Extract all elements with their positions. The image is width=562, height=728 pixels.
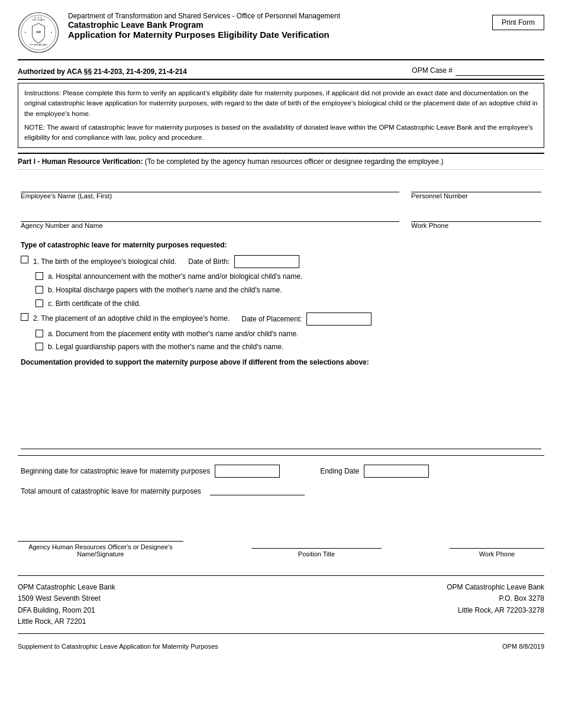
- checkbox-section: 1. The birth of the employee's biologica…: [21, 255, 541, 352]
- personnel-number-input[interactable]: [411, 182, 541, 192]
- item2-label: 2. The placement of an adoptive child in…: [33, 314, 230, 324]
- opm-case-input[interactable]: [456, 65, 544, 76]
- total-amount-input[interactable]: [210, 485, 305, 495]
- date-of-birth-label: Date of Birth:: [188, 257, 230, 266]
- position-title-input[interactable]: [251, 538, 382, 549]
- agency-label: Agency Number and Name: [21, 222, 399, 229]
- footer-addresses: OPM Catastrophic Leave Bank 1509 West Se…: [18, 582, 544, 627]
- footer-right-line1: OPM Catastrophic Leave Bank: [447, 582, 544, 593]
- dates-section: Beginning date for catastrophic leave fo…: [18, 459, 544, 519]
- documentation-label: Documentation provided to support the ma…: [21, 358, 541, 366]
- authorized-row: Authorized by ACA §§ 21-4-203, 21-4-209,…: [18, 65, 544, 76]
- ending-date-input[interactable]: [364, 465, 429, 478]
- part1-description: (To be completed by the agency human res…: [145, 157, 444, 166]
- footer-bottom-right: OPM 8/8/2019: [502, 643, 544, 650]
- item2-checkbox[interactable]: [21, 313, 28, 321]
- ending-date-label: Ending Date: [320, 467, 359, 475]
- item2b-label: b. Legal guardianship papers with the mo…: [48, 342, 283, 352]
- footer-right: OPM Catastrophic Leave Bank P.O. Box 327…: [447, 582, 544, 627]
- divider-2: [18, 79, 544, 80]
- item1c-checkbox[interactable]: [35, 299, 43, 307]
- header-divider: [18, 59, 544, 60]
- documentation-textarea[interactable]: [21, 402, 541, 449]
- date-of-placement-group: Date of Placement:: [241, 313, 372, 326]
- opm-case-label: OPM Case #: [412, 66, 453, 75]
- documentation-section: Documentation provided to support the ma…: [21, 358, 541, 449]
- svg-text:AR: AR: [36, 30, 41, 34]
- signature-row: Agency Human Resources Officer's or Desi…: [18, 531, 544, 558]
- personnel-number-label: Personnel Number: [411, 192, 541, 199]
- opm-case-row: OPM Case #: [412, 65, 544, 76]
- footer-left-line4: Little Rock, AR 72201: [18, 616, 115, 627]
- work-phone-input[interactable]: [411, 211, 541, 222]
- beginning-date-input[interactable]: [215, 465, 280, 478]
- item1-checkbox[interactable]: [21, 256, 28, 263]
- item2b-checkbox[interactable]: [35, 343, 43, 350]
- name-personnel-row: Employee's Name (Last, First) Personnel …: [21, 182, 541, 201]
- footer-bottom: Supplement to Catastrophic Leave Applica…: [18, 643, 544, 650]
- item2-row: 2. The placement of an adoptive child in…: [21, 313, 541, 326]
- footer-left-line2: 1509 West Seventh Street: [18, 593, 115, 604]
- footer-left-line1: OPM Catastrophic Leave Bank: [18, 582, 115, 593]
- work-phone-field: Work Phone: [411, 211, 541, 230]
- item1a-row: a. Hospital announcement with the mother…: [35, 272, 541, 282]
- date-of-placement-input[interactable]: [306, 313, 372, 326]
- authorized-text: Authorized by ACA §§ 21-4-203, 21-4-209,…: [18, 67, 187, 76]
- divider-3: [18, 455, 544, 456]
- divider-5: [18, 633, 544, 634]
- part1-header: Part I - Human Resource Verification: (T…: [18, 153, 544, 170]
- agency-field: Agency Number and Name: [21, 211, 399, 230]
- beginning-date-label: Beginning date for catastrophic leave fo…: [21, 467, 210, 475]
- svg-text:THE STATE: THE STATE: [32, 18, 46, 21]
- item2a-label: a. Document from the placement entity wi…: [48, 329, 298, 339]
- form-fields: Employee's Name (Last, First) Personnel …: [18, 182, 544, 449]
- employee-name-label: Employee's Name (Last, First): [21, 192, 399, 199]
- item2b-row: b. Legal guardianship papers with the mo…: [35, 342, 541, 352]
- item1-label: 1. The birth of the employee's biologica…: [33, 257, 176, 267]
- signature-field: Agency Human Resources Officer's or Desi…: [18, 531, 183, 558]
- dept-line: Department of Transformation and Shared …: [68, 12, 486, 20]
- item2a-checkbox[interactable]: [35, 330, 43, 337]
- date-of-placement-label: Date of Placement:: [241, 315, 302, 323]
- signature-input[interactable]: [18, 531, 183, 542]
- app-title: Application for Maternity Purposes Eligi…: [68, 30, 486, 40]
- agency-input[interactable]: [21, 211, 399, 222]
- item2a-row: a. Document from the placement entity wi…: [35, 329, 541, 339]
- date-of-birth-group: Date of Birth:: [188, 255, 299, 268]
- signature-label: Agency Human Resources Officer's or Desi…: [18, 543, 183, 558]
- item1a-checkbox[interactable]: [35, 272, 43, 280]
- instructions-para1: Instructions: Please complete this form …: [24, 88, 538, 119]
- footer-left: OPM Catastrophic Leave Bank 1509 West Se…: [18, 582, 115, 627]
- work-phone-label: Work Phone: [411, 222, 541, 229]
- sig-work-phone-input[interactable]: [450, 538, 544, 549]
- catastrophic-type-label: Type of catastrophic leave for maternity…: [21, 241, 541, 249]
- program-name: Catastrophic Leave Bank Program: [68, 20, 486, 30]
- employee-name-input[interactable]: [21, 182, 399, 192]
- item1b-row: b. Hospital discharge papers with the mo…: [35, 285, 541, 295]
- position-title-label: Position Title: [298, 550, 335, 558]
- divider-4: [18, 575, 544, 576]
- beginning-date-row: Beginning date for catastrophic leave fo…: [21, 465, 541, 478]
- item1-row: 1. The birth of the employee's biologica…: [21, 255, 541, 268]
- total-row: Total amount of catastrophic leave for m…: [21, 485, 541, 495]
- svg-text:★: ★: [50, 31, 53, 34]
- position-title-field: Position Title: [251, 538, 382, 558]
- item1a-label: a. Hospital announcement with the mother…: [48, 272, 302, 282]
- employee-name-field: Employee's Name (Last, First): [21, 182, 399, 201]
- date-of-birth-input[interactable]: [234, 255, 299, 268]
- personnel-number-field: Personnel Number: [411, 182, 541, 201]
- item1c-label: c. Birth certificate of the child.: [48, 299, 141, 309]
- total-label: Total amount of catastrophic leave for m…: [21, 487, 201, 495]
- header-text: Department of Transformation and Shared …: [68, 12, 486, 40]
- state-seal-icon: THE STATE OF ARKANSAS AR ★ ★ ★ ★ ★: [18, 12, 59, 53]
- part1-label: Part I - Human Resource Verification:: [18, 157, 143, 166]
- footer-right-line2: P.O. Box 3278: [447, 593, 544, 604]
- footer-bottom-left: Supplement to Catastrophic Leave Applica…: [18, 643, 218, 650]
- print-form-button[interactable]: Print Form: [492, 15, 544, 30]
- item1b-label: b. Hospital discharge papers with the mo…: [48, 285, 282, 295]
- item2-content: 2. The placement of an adoptive child in…: [33, 313, 541, 326]
- sig-work-phone-field: Work Phone: [450, 538, 544, 558]
- item1b-checkbox[interactable]: [35, 286, 43, 294]
- item1-content: 1. The birth of the employee's biologica…: [33, 255, 541, 268]
- svg-text:OF ARKANSAS: OF ARKANSAS: [30, 43, 47, 46]
